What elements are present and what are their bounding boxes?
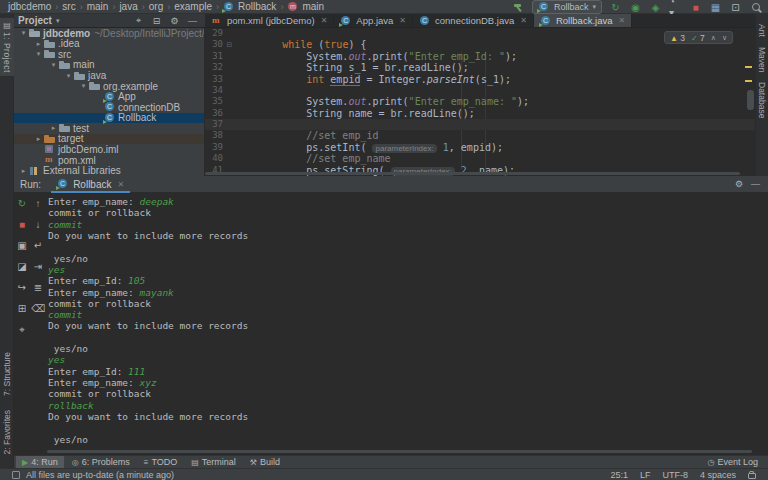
tree-item-main[interactable]: ▾main	[14, 60, 204, 71]
stripe-button-favorites[interactable]: 2: Favorites	[2, 410, 12, 454]
file-encoding[interactable]: UTF-8	[662, 470, 688, 480]
minimize-icon[interactable]: —	[751, 179, 760, 189]
editor-tab[interactable]: App.java✕	[334, 14, 413, 27]
project-panel-title[interactable]: Project	[18, 15, 52, 26]
tree-item-app[interactable]: App	[14, 91, 204, 102]
close-icon[interactable]: ✕	[117, 180, 124, 189]
breadcrumb-item[interactable]: org	[149, 1, 163, 12]
inspection-widget[interactable]: ▲ 3 ✓ 7 ∧ ∨	[664, 31, 733, 44]
tree-item-pom-xml[interactable]: pom.xml	[14, 155, 204, 166]
toolwindow-toggle-icon[interactable]	[12, 471, 20, 479]
toolwindow-tab-build[interactable]: ⚒Build	[244, 456, 286, 469]
tree-item-src[interactable]: ▾src	[14, 49, 204, 60]
project-structure-icon[interactable]: ▦	[709, 1, 722, 14]
tree-item-rollback[interactable]: Rollback	[14, 113, 204, 124]
tree-item-external-libraries[interactable]: ▸External Libraries	[14, 165, 204, 176]
close-icon[interactable]: ✕	[618, 16, 625, 25]
editor-tab[interactable]: Rollback.java✕	[534, 14, 632, 27]
editor-vertical-scrollbar[interactable]	[747, 90, 754, 110]
up-stack-trace-icon[interactable]: ↑	[32, 197, 45, 210]
restore-layout-icon[interactable]: ⊞	[16, 302, 29, 315]
search-everywhere-icon[interactable]	[749, 1, 762, 14]
stripe-button-structure[interactable]: 7: Structure	[2, 352, 12, 396]
tree-expander-icon[interactable]: ▸	[18, 167, 29, 175]
editor-tab[interactable]: connectionDB.java✕	[413, 14, 534, 27]
scroll-to-end-icon[interactable]: ⇥	[32, 260, 45, 273]
settings-gear-icon[interactable]: ⚙	[735, 179, 743, 189]
debug-icon[interactable]: ◉	[629, 1, 642, 14]
close-icon[interactable]: ✕	[399, 16, 406, 25]
tree-expander-icon[interactable]: ▾	[78, 82, 89, 90]
jump-to-source-icon[interactable]: ↪	[16, 281, 29, 294]
run-icon[interactable]: ↻	[609, 1, 622, 14]
toolwindow-tab-6-problems[interactable]: ◎6: Problems	[66, 456, 136, 469]
stop-icon[interactable]: ■	[689, 1, 702, 14]
prev-problem-icon[interactable]: ∧	[711, 34, 716, 42]
run-console-tab[interactable]: Rollback ✕	[51, 176, 130, 193]
warning-stripe-mark[interactable]	[745, 66, 752, 68]
editor-horizontal-scrollbar[interactable]	[205, 172, 740, 175]
breadcrumb-item[interactable]: Rollback	[223, 1, 276, 12]
tree-expander-icon[interactable]: ▾	[48, 61, 59, 69]
tree-item--idea[interactable]: ▸.idea	[14, 39, 204, 50]
layout-icon[interactable]: ⊡	[729, 1, 742, 14]
breadcrumb-item[interactable]: main	[87, 1, 109, 12]
lock-icon[interactable]	[748, 473, 756, 479]
toolwindow-tab-4-run[interactable]: ▶4: Run	[16, 456, 64, 469]
close-icon[interactable]: ✕	[321, 16, 328, 25]
settings-icon[interactable]: ⚙	[168, 14, 181, 27]
clear-all-icon[interactable]: ⌫	[32, 302, 45, 315]
indent-size[interactable]: 4 spaces	[700, 470, 736, 480]
next-problem-icon[interactable]: ∨	[722, 34, 727, 42]
dump-threads-icon[interactable]: ▣	[16, 239, 29, 252]
tree-expander-icon[interactable]: ▾	[33, 50, 44, 58]
breadcrumb-item[interactable]: example	[174, 1, 212, 12]
hide-panel-icon[interactable]: —	[186, 14, 199, 27]
caret-position[interactable]: 25:1	[610, 470, 628, 480]
tree-expander-icon[interactable]: ▾	[18, 29, 29, 37]
tree-expander-icon[interactable]: ▾	[63, 72, 74, 80]
breadcrumb-item[interactable]: src	[62, 1, 75, 12]
soft-wrap-icon[interactable]: ↵	[32, 239, 45, 252]
code-editor[interactable]: 2930⊟ while (true) {31 System.out.print(…	[205, 28, 755, 176]
stripe-button-project[interactable]: ▤ 1: Project	[0, 18, 14, 76]
profiler-icon[interactable]: ◔ ▾	[669, 1, 682, 14]
stop-icon[interactable]: ■	[16, 218, 29, 231]
stripe-button-maven[interactable]: Maven	[757, 47, 767, 73]
line-separator[interactable]: LF	[640, 470, 651, 480]
collapse-all-icon[interactable]: ⊟	[150, 14, 163, 27]
editor-tab[interactable]: pom.xml (jdbcDemo)✕	[205, 14, 334, 27]
tree-item-jdbcdemo[interactable]: ▾jdbcdemo~/Desktop/IntelliJProject/jdbcd…	[14, 28, 204, 39]
breadcrumb-item[interactable]: jdbcdemo	[8, 1, 51, 12]
down-stack-trace-icon[interactable]: ↓	[32, 218, 45, 231]
toolwindow-tab-todo[interactable]: ≡TODO	[138, 456, 184, 469]
build-hammer-icon[interactable]	[512, 1, 525, 14]
tree-item-target[interactable]: ▸target	[14, 134, 204, 145]
console-output[interactable]: Enter emp_name: deepakcommit or rollback…	[46, 193, 766, 449]
breadcrumb-item[interactable]: main	[287, 1, 324, 12]
stripe-button-database[interactable]: Database	[757, 82, 767, 118]
rerun-icon[interactable]: ↻	[16, 197, 29, 210]
coverage-icon[interactable]: ◈	[649, 1, 662, 14]
fold-marker-icon[interactable]: ⊟	[225, 39, 234, 50]
tree-item-connectiondb[interactable]: connectionDB	[14, 102, 204, 113]
print-icon[interactable]: ≣	[32, 281, 45, 294]
event-log-button[interactable]: ◷ Event Log	[707, 457, 768, 467]
console-horizontal-scrollbar[interactable]	[47, 450, 752, 453]
run-config-selector[interactable]: Rollback ▾	[532, 0, 602, 14]
tree-item-test[interactable]: ▸test	[14, 123, 204, 134]
tree-expander-icon[interactable]: ▸	[33, 40, 44, 48]
coverage-icon[interactable]: ◪	[16, 260, 29, 273]
tree-item-jdbcdemo-iml[interactable]: jdbcDemo.iml	[14, 144, 204, 155]
stripe-button-ant[interactable]: Ant	[757, 24, 767, 37]
close-icon[interactable]: ✕	[520, 16, 527, 25]
tree-expander-icon[interactable]: ▸	[48, 124, 59, 132]
breadcrumb-item[interactable]: java	[119, 1, 137, 12]
locate-file-icon[interactable]: ⌖	[132, 14, 145, 27]
pin-tab-icon[interactable]: ⌖	[16, 323, 29, 336]
warning-stripe-mark[interactable]	[745, 80, 752, 82]
tree-item-org-example[interactable]: ▾org.example	[14, 81, 204, 92]
tree-item-java[interactable]: ▾java	[14, 70, 204, 81]
tree-expander-icon[interactable]: ▸	[33, 135, 44, 143]
toolwindow-tab-terminal[interactable]: ▤Terminal	[185, 456, 242, 469]
